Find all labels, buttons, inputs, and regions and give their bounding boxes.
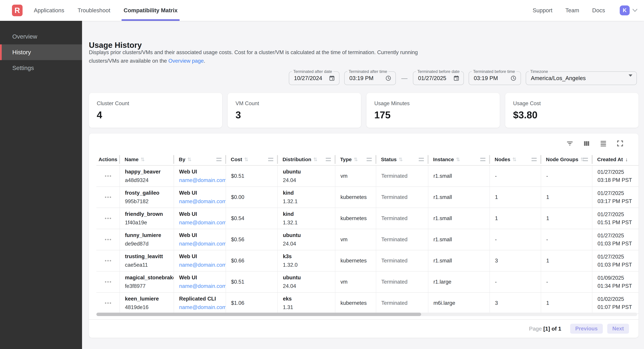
- dot: [105, 281, 106, 283]
- cell-created: 01/27/202501:51 PM PST: [592, 208, 638, 229]
- table-row: friendly_brown1f40a19eWeb UIname@domain.…: [96, 208, 638, 229]
- cell-created: 01/27/202503:18 PM PST: [592, 166, 638, 186]
- column-header-status[interactable]: Status⇅: [376, 154, 428, 165]
- clock-icon[interactable]: [385, 75, 392, 81]
- column-header-nodes[interactable]: Nodes⇅: [490, 154, 541, 165]
- clock-icon[interactable]: [510, 75, 516, 81]
- sort-icon[interactable]: ⇅: [399, 157, 403, 162]
- sort-icon[interactable]: ⇅: [313, 157, 318, 162]
- cluster-id: 4819de16: [125, 304, 174, 311]
- sort-icon[interactable]: ⇅: [187, 157, 192, 162]
- dot: [110, 302, 111, 304]
- fullscreen-icon[interactable]: [616, 140, 624, 147]
- created-by-email-link[interactable]: name@domain.com: [179, 177, 226, 183]
- column-header-instance[interactable]: Instance⇅: [428, 154, 490, 165]
- table-row: magical_stonebrakerfe3f8977Web UIname@do…: [96, 272, 638, 293]
- column-filter-icon[interactable]: [326, 158, 331, 161]
- sort-icon[interactable]: ⇅: [354, 157, 358, 162]
- status-value: Terminated: [381, 279, 428, 285]
- previous-page-button[interactable]: Previous: [570, 324, 603, 334]
- terminated-after-time-field[interactable]: Terminated after time03:19 PM: [344, 71, 396, 85]
- nav-item-compatibility-matrix[interactable]: Compatibility Matrix: [124, 0, 178, 21]
- row-actions-button[interactable]: [105, 197, 111, 198]
- stat-label: VM Count: [236, 100, 361, 106]
- sort-icon[interactable]: ⇅: [244, 157, 248, 162]
- timezone-field[interactable]: TimezoneAmerica/Los_Angeles: [526, 71, 637, 85]
- column-header-created[interactable]: Created At↓: [592, 154, 638, 165]
- density-icon[interactable]: [600, 140, 607, 147]
- column-filter-icon[interactable]: [583, 158, 588, 161]
- column-header-cost[interactable]: Cost⇅: [226, 154, 278, 165]
- terminated-after-date-field[interactable]: Terminated after date10/27/2024: [289, 71, 340, 85]
- distribution-name: ubuntu: [283, 275, 335, 281]
- column-filter-icon[interactable]: [216, 158, 222, 161]
- table-header-row: ActionsName⇅By⇅Cost⇅Distribution⇅Type⇅St…: [96, 154, 638, 166]
- created-by-email-link[interactable]: name@domain.com: [179, 262, 226, 268]
- sort-icon[interactable]: ⇅: [141, 157, 145, 162]
- created-by-email-link[interactable]: name@domain.com: [179, 220, 226, 226]
- columns-icon[interactable]: [583, 140, 590, 147]
- nav-item-team[interactable]: Team: [566, 7, 579, 14]
- created-by-email-link[interactable]: name@domain.com: [179, 283, 226, 289]
- sort-icon[interactable]: ⇅: [456, 157, 460, 162]
- instance-value: r1.small: [434, 258, 490, 264]
- column-filter-icon[interactable]: [419, 158, 424, 161]
- sidebar-item-history[interactable]: History: [0, 44, 82, 60]
- column-header-type[interactable]: Type⇅: [335, 154, 376, 165]
- chevron-down-icon[interactable]: [632, 9, 638, 12]
- terminated-before-time-field[interactable]: Terminated before time03:19 PM: [469, 71, 521, 85]
- nav-item-support[interactable]: Support: [533, 7, 552, 14]
- cell-type: vm: [335, 229, 376, 250]
- page-indicator: Page [1] of 1: [529, 326, 561, 332]
- filter-icon[interactable]: [566, 140, 574, 147]
- column-header-distribution[interactable]: Distribution⇅: [278, 154, 335, 165]
- horizontal-scrollbar[interactable]: [96, 313, 421, 316]
- cell-cost: $0.51: [226, 272, 278, 292]
- created-by-email-link[interactable]: name@domain.com: [179, 241, 226, 247]
- overview-page-link[interactable]: Overview page: [168, 58, 204, 64]
- row-actions-button[interactable]: [105, 302, 111, 304]
- calendar-icon[interactable]: [453, 75, 460, 81]
- row-actions-button[interactable]: [105, 239, 111, 240]
- sort-desc-icon[interactable]: ↓: [625, 157, 628, 162]
- nav-item-troubleshoot[interactable]: Troubleshoot: [78, 0, 110, 21]
- cell-nodes: -: [490, 272, 541, 292]
- row-actions-button[interactable]: [105, 260, 111, 261]
- nav-item-applications[interactable]: Applications: [34, 0, 64, 21]
- created-by-email-link[interactable]: name@domain.com: [179, 198, 226, 205]
- page-description-suffix: .: [204, 58, 205, 64]
- stat-label: Usage Minutes: [374, 100, 500, 106]
- cluster-id: a48d9324: [125, 177, 174, 183]
- column-header-by[interactable]: By⇅: [174, 154, 226, 165]
- row-actions-button[interactable]: [105, 175, 111, 177]
- terminated-before-date-field[interactable]: Terminated before date01/27/2025: [413, 71, 464, 85]
- caret-icon[interactable]: [628, 77, 632, 80]
- cell-cost: $0.51: [226, 166, 278, 186]
- column-filter-icon[interactable]: [268, 158, 273, 161]
- sort-icon[interactable]: ⇅: [512, 157, 516, 162]
- column-filter-icon[interactable]: [480, 158, 486, 161]
- column-filter-icon[interactable]: [532, 158, 537, 161]
- cell-actions: [96, 293, 120, 314]
- cell-status: Terminated: [376, 293, 428, 314]
- user-menu[interactable]: K: [620, 5, 638, 15]
- column-header-node_groups[interactable]: Node Groups⇅: [541, 154, 592, 165]
- sidebar-item-overview[interactable]: Overview: [0, 29, 82, 44]
- calendar-icon[interactable]: [329, 75, 335, 81]
- row-actions-button[interactable]: [105, 218, 111, 219]
- cell-created: 01/27/202501:03 PM PST: [592, 229, 638, 250]
- cell-instance: r1.large: [428, 272, 490, 292]
- avatar[interactable]: K: [620, 5, 630, 15]
- row-actions-button[interactable]: [105, 281, 111, 283]
- node-groups-value: 1: [546, 215, 592, 221]
- column-header-name[interactable]: Name⇅: [120, 154, 174, 165]
- sidebar-item-settings[interactable]: Settings: [0, 60, 82, 76]
- column-filter-icon[interactable]: [366, 158, 372, 161]
- next-page-button[interactable]: Next: [607, 324, 629, 334]
- nav-item-docs[interactable]: Docs: [592, 7, 605, 14]
- created-by-email-link[interactable]: name@domain.com: [179, 304, 226, 311]
- replicated-logo-icon[interactable]: R: [12, 4, 22, 16]
- column-header-actions[interactable]: Actions: [96, 154, 120, 165]
- dot: [105, 218, 106, 219]
- page-description: Displays prior clusters/VMs and their as…: [89, 48, 418, 65]
